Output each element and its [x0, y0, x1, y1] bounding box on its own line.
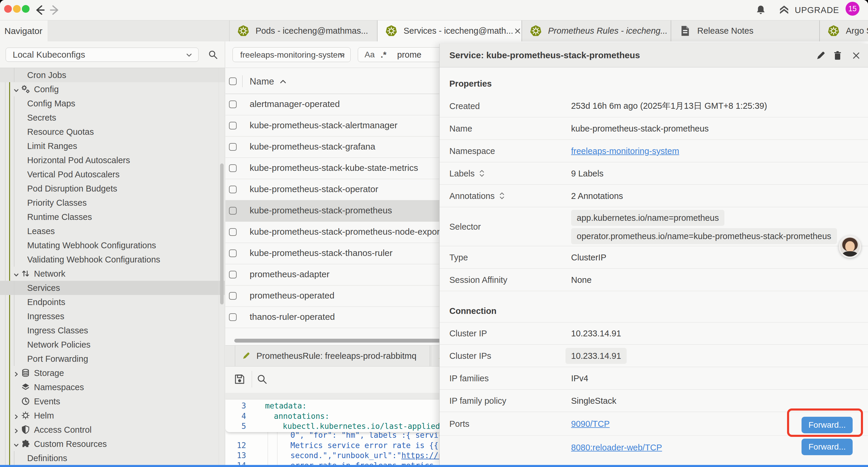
forward-icon[interactable]	[48, 4, 61, 17]
sort-ascending-icon[interactable]	[279, 79, 286, 85]
gears-icon	[21, 85, 30, 94]
detail-row-value: SingleStack	[571, 396, 616, 406]
search-icon[interactable]	[208, 50, 218, 60]
chevron-down-icon[interactable]	[13, 441, 20, 447]
horizontal-scrollbar-thumb[interactable]	[234, 339, 447, 343]
select-all-checkbox[interactable]	[229, 78, 237, 85]
tab-strip: Navigator Pods - icecheng@mathmas...Serv…	[0, 20, 868, 41]
sidebar-item-namespaces[interactable]: Namespaces	[0, 380, 225, 394]
sidebar-item-label: Runtime Classes	[27, 212, 92, 222]
row-checkbox[interactable]	[229, 143, 237, 151]
row-checkbox[interactable]	[229, 313, 237, 321]
sidebar-scrollbar-thumb[interactable]	[220, 164, 224, 304]
sidebar-scrollbar[interactable]	[219, 68, 225, 465]
sidebar-item-limit-ranges[interactable]: Limit Ranges	[0, 139, 225, 153]
sidebar-item-label: Network	[34, 269, 65, 279]
tab-label: Services - icecheng@math...	[404, 26, 513, 36]
row-checkbox[interactable]	[229, 228, 237, 236]
editor-tab[interactable]: PrometheusRule: freeleaps-prod-rabbitmq	[235, 346, 430, 366]
kubeconfig-select[interactable]: Local Kubeconfigs	[6, 48, 198, 62]
sidebar-item-runtime-classes[interactable]: Runtime Classes	[0, 210, 225, 224]
service-name: kube-prometheus-stack-prometheus-node-ex…	[250, 227, 450, 237]
save-icon[interactable]	[234, 373, 246, 385]
port-link[interactable]: 8080:reloader-web/TCP	[571, 442, 662, 452]
namespace-select[interactable]: freeleaps-monitoring-system	[232, 47, 351, 62]
detail-row-label: Created	[450, 101, 480, 111]
sidebar-item-validating-webhook-configurations[interactable]: Validating Webhook Configurations	[0, 253, 225, 267]
sidebar-item-network[interactable]: Network	[0, 267, 225, 281]
regex-toggle[interactable]: .*	[380, 50, 386, 60]
close-window-button[interactable]	[4, 5, 12, 13]
sidebar-item-cron-jobs[interactable]: Cron Jobs	[0, 68, 225, 82]
chevron-down-icon[interactable]	[13, 86, 20, 92]
tab-pods-icecheng-mathmas[interactable]: Pods - icecheng@mathmas...	[229, 20, 377, 41]
sidebar-item-secrets[interactable]: Secrets	[0, 111, 225, 125]
sidebar-item-label: Leases	[27, 226, 55, 236]
close-tab-icon[interactable]	[513, 27, 522, 35]
avatar[interactable]	[839, 236, 861, 258]
back-icon[interactable]	[33, 4, 46, 17]
sidebar-item-mutating-webhook-configurations[interactable]: Mutating Webhook Configurations	[0, 238, 225, 253]
tree-guide-line	[14, 68, 14, 82]
port-link[interactable]: 9090/TCP	[571, 419, 610, 429]
sort-toggle-icon[interactable]	[499, 192, 505, 200]
sidebar-item-label: Config Maps	[27, 99, 75, 109]
sidebar-item-ingresses[interactable]: Ingresses	[0, 309, 225, 323]
sidebar-item-events[interactable]: Events	[0, 394, 225, 408]
row-checkbox[interactable]	[229, 250, 237, 257]
row-checkbox[interactable]	[229, 292, 237, 300]
detail-row-value: 9 Labels	[571, 169, 603, 178]
value-chip: 10.233.14.91	[565, 348, 627, 364]
match-case-toggle[interactable]: Aa	[365, 50, 375, 59]
sidebar-item-helm[interactable]: Helm	[0, 408, 225, 423]
tab-argo-se[interactable]: Argo Se	[819, 20, 868, 41]
row-checkbox[interactable]	[229, 100, 237, 108]
row-checkbox[interactable]	[229, 185, 237, 193]
chevron-down-icon[interactable]	[13, 270, 20, 277]
sidebar-item-resource-quotas[interactable]: Resource Quotas	[0, 125, 225, 139]
delete-trash-icon[interactable]	[832, 50, 843, 61]
sidebar-item-definitions[interactable]: Definitions	[0, 451, 225, 465]
sidebar-item-access-control[interactable]: Access Control	[0, 423, 225, 437]
tab-services-icecheng-math[interactable]: Services - icecheng@math...	[377, 20, 522, 41]
sidebar-item-config-maps[interactable]: Config Maps	[0, 96, 225, 111]
editor-search-icon[interactable]	[256, 374, 268, 385]
notification-count-badge[interactable]: 15	[845, 2, 860, 16]
sidebar-item-vertical-pod-autoscalers[interactable]: Vertical Pod Autoscalers	[0, 167, 225, 181]
sidebar-item-endpoints[interactable]: Endpoints	[0, 295, 225, 309]
sidebar-item-config[interactable]: Config	[0, 82, 225, 96]
detail-row-label: Namespace	[450, 146, 495, 156]
edit-pencil-icon[interactable]	[815, 50, 826, 61]
sidebar-item-custom-resources[interactable]: Custom Resources	[0, 437, 225, 451]
sidebar-item-leases[interactable]: Leases	[0, 224, 225, 238]
tab-release-notes[interactable]: Release Notes	[671, 20, 819, 41]
sidebar-item-services[interactable]: Services	[0, 281, 225, 295]
row-checkbox[interactable]	[229, 207, 237, 214]
chevron-right-icon[interactable]	[13, 370, 20, 376]
zoom-window-button[interactable]	[22, 5, 30, 13]
sidebar-item-storage[interactable]: Storage	[0, 366, 225, 380]
close-icon[interactable]	[851, 50, 862, 61]
sidebar-item-port-forwarding[interactable]: Port Forwarding	[0, 352, 225, 366]
sidebar-item-horizontal-pod-autoscalers[interactable]: Horizontal Pod Autoscalers	[0, 153, 225, 167]
tree-guide-line	[14, 96, 14, 267]
row-checkbox[interactable]	[229, 271, 237, 279]
sidebar-item-network-policies[interactable]: Network Policies	[0, 338, 225, 352]
forward-button[interactable]: Forward...	[802, 439, 852, 455]
namespace-link[interactable]: freeleaps-monitoring-system	[571, 146, 679, 156]
navigator-panel-tab[interactable]: Navigator	[0, 20, 48, 41]
notifications-bell-icon[interactable]	[755, 4, 766, 16]
sort-toggle-icon[interactable]	[478, 169, 485, 178]
chevron-right-icon[interactable]	[13, 427, 20, 433]
upgrade-button[interactable]: UPGRADE	[778, 4, 839, 16]
sidebar-item-priority-classes[interactable]: Priority Classes	[0, 196, 225, 210]
kubernetes-icon	[530, 25, 542, 37]
name-column-header[interactable]: Name	[250, 76, 274, 87]
chevron-right-icon[interactable]	[13, 412, 20, 419]
row-checkbox[interactable]	[229, 122, 237, 129]
minimize-window-button[interactable]	[13, 5, 21, 13]
sidebar-item-ingress-classes[interactable]: Ingress Classes	[0, 323, 225, 338]
sidebar-item-pod-disruption-budgets[interactable]: Pod Disruption Budgets	[0, 181, 225, 196]
row-checkbox[interactable]	[229, 164, 237, 172]
tab-prometheus-rules-icecheng[interactable]: Prometheus Rules - icecheng...	[522, 20, 671, 41]
